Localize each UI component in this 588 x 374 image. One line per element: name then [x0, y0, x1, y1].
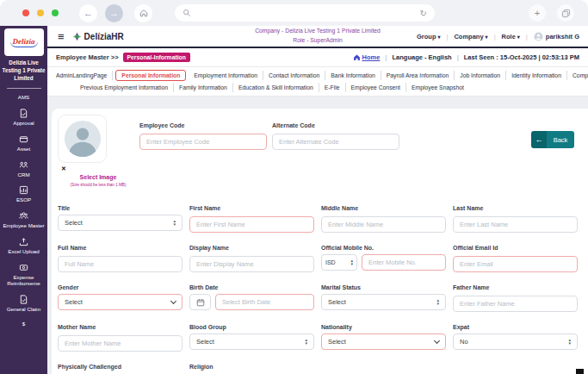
father-name-input[interactable]	[453, 296, 578, 312]
tab-personal-information[interactable]: Personal Information	[115, 70, 186, 81]
employee-photo-placeholder[interactable]	[58, 115, 107, 163]
company-menu[interactable]: Company ▾	[454, 33, 487, 41]
browser-home-button[interactable]	[134, 4, 152, 22]
employee-code-input[interactable]	[139, 134, 267, 150]
browser-chrome: ← → ↻ +	[0, 0, 588, 26]
sidebar-item-crm[interactable]: CRM	[16, 160, 30, 178]
blood-group-select[interactable]: Select ▴▾	[189, 333, 314, 350]
sidebar-item-general-claim[interactable]: General Claim	[6, 295, 42, 313]
official-mobile-input[interactable]	[362, 254, 446, 271]
middle-name-input[interactable]	[321, 216, 446, 233]
tab-e-file[interactable]: E-File	[319, 83, 346, 92]
wallet-icon	[19, 134, 28, 144]
title-select[interactable]: Select ▴▾	[58, 215, 183, 231]
address-bar[interactable]: ↻	[175, 4, 435, 22]
document-check-icon	[19, 109, 28, 118]
avatar-icon	[534, 32, 543, 41]
birth-date-input[interactable]	[215, 294, 314, 310]
tab-identity-information[interactable]: Identity Information	[506, 71, 567, 80]
field-father-name: Father Name	[453, 284, 578, 312]
delizia-hr-logo-icon	[72, 32, 82, 41]
nationality-select[interactable]: Select	[321, 333, 446, 350]
company-logo[interactable]: Delizia	[4, 28, 44, 56]
group-menu[interactable]: Group ▾	[417, 33, 441, 41]
content-background: ✕ Select Image (Size should be less than…	[47, 97, 588, 374]
full-name-input[interactable]	[58, 256, 183, 272]
calendar-icon	[196, 298, 205, 307]
image-size-hint: (Size should be less than 1 MB)	[53, 183, 143, 187]
sidebar-item-approval[interactable]: Approval	[12, 109, 34, 127]
tab-admin-landing-page[interactable]: AdminLandingPage	[51, 71, 113, 80]
header-menus: Group ▾ | Company ▾ | Role ▾ |	[417, 32, 579, 41]
tab-contact-information[interactable]: Contact Information	[263, 71, 325, 80]
employee-code-label: Employee Code	[139, 122, 267, 128]
alternate-code-input[interactable]	[272, 134, 399, 150]
tab-employment-information[interactable]: Employment Information	[189, 71, 263, 80]
mother-name-input[interactable]	[58, 335, 183, 352]
select-image-link[interactable]: Select Image	[59, 174, 137, 180]
field-alternate-code: Alternate Code	[272, 122, 399, 150]
browser-back-button[interactable]: ←	[79, 4, 97, 22]
last-seen-label: Last Seen : 15-Oct-2025 | 02:53:13 PM	[464, 53, 579, 61]
field-physically-challenged: Physically Challenged	[58, 364, 183, 374]
hamburger-menu-icon[interactable]: ≡	[58, 30, 65, 43]
sidebar-item-dollar[interactable]: $	[22, 321, 26, 327]
menu-separator: |	[526, 33, 528, 41]
display-name-input[interactable]	[189, 256, 314, 272]
calendar-button[interactable]	[189, 294, 211, 310]
official-email-input[interactable]	[453, 256, 578, 272]
maximize-window-button[interactable]	[52, 9, 59, 16]
first-name-input[interactable]	[189, 216, 314, 233]
tab-bank-information[interactable]: Bank Information	[325, 71, 381, 80]
last-name-input[interactable]	[453, 216, 578, 233]
sidebar-item-employee-master[interactable]: Employee Master	[2, 211, 45, 229]
tab-payroll-area-information[interactable]: Payroll Area Information	[381, 71, 455, 80]
sort-arrows-icon: ▴▾	[436, 299, 439, 305]
scrollbar-corner	[576, 369, 584, 374]
menu-separator: |	[446, 33, 448, 41]
traffic-lights	[22, 9, 59, 16]
language-label: Language - English	[392, 53, 451, 61]
app-logo[interactable]: DelíziaHR	[72, 32, 124, 41]
tab-overview-button[interactable]	[557, 4, 574, 22]
tab-job-information[interactable]: Job Information	[455, 71, 506, 80]
sidebar-item-ams[interactable]: AMS	[17, 94, 30, 101]
browser-forward-button[interactable]: →	[105, 4, 123, 22]
field-first-name: First Name	[189, 205, 314, 233]
home-icon	[139, 9, 148, 17]
gender-select[interactable]: Select	[58, 294, 183, 310]
sort-arrows-icon: ▴▾	[568, 339, 571, 345]
minimize-window-button[interactable]	[37, 9, 44, 16]
tab-previous-employment-information[interactable]: Previous Employment Information	[75, 83, 174, 92]
person-silhouette-icon	[63, 119, 102, 159]
app-header: ≡ DelíziaHR Company - Delizia Live Testi…	[47, 26, 588, 48]
isd-code-select[interactable]: ISD ▴▾	[321, 254, 357, 271]
role-menu[interactable]: Role ▾	[502, 33, 520, 41]
remove-image-button[interactable]: ✕	[61, 165, 66, 172]
sidebar-divider	[7, 88, 41, 89]
field-official-email: Official Email Id	[453, 245, 578, 272]
sidebar: Delizia Delizia Live Testing 1 Private L…	[0, 26, 47, 374]
sidebar-item-excel-upload[interactable]: Excel Upload	[7, 237, 40, 255]
expat-select[interactable]: No ▴▾	[453, 333, 578, 350]
new-tab-button[interactable]: +	[529, 4, 546, 22]
back-button[interactable]: ← Back	[531, 131, 574, 148]
tab-family-information[interactable]: Family Information	[174, 83, 233, 92]
field-full-name: Full Name	[58, 245, 183, 272]
sidebar-item-expense-reimbursement[interactable]: Expense Reimburseme	[0, 263, 47, 288]
user-menu[interactable]: parikshit G	[534, 32, 579, 41]
back-arrow-icon: ←	[531, 131, 547, 148]
marital-status-select[interactable]: Select ▴▾	[321, 294, 446, 310]
tab-education-skill-information[interactable]: Education & Skill Information	[233, 83, 319, 92]
reload-button[interactable]: ↻	[420, 9, 427, 18]
tab-employee-consent[interactable]: Employee Consent	[346, 83, 406, 92]
home-link[interactable]: Home	[353, 53, 381, 61]
sidebar-item-esop[interactable]: ESOP	[15, 185, 32, 203]
separator: |	[385, 53, 387, 61]
sidebar-item-asset[interactable]: Asset	[16, 134, 31, 153]
field-mother-name: Mother Name	[58, 324, 183, 352]
tab-employee-snapshot[interactable]: Employee Snapshot	[406, 83, 469, 92]
tab-compliance-information[interactable]: Compliance Information	[567, 71, 588, 80]
close-window-button[interactable]	[22, 9, 29, 16]
app-name: DelíziaHR	[84, 32, 124, 41]
